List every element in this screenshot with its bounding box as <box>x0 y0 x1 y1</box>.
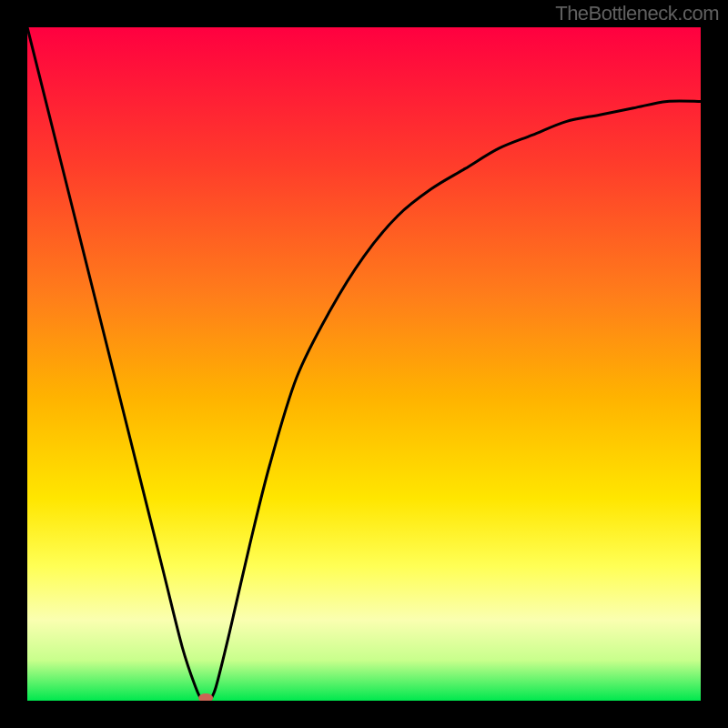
attribution-label: TheBottleneck.com <box>555 2 719 25</box>
chart-svg <box>27 27 701 701</box>
chart-container: TheBottleneck.com <box>0 0 728 728</box>
plot-area <box>27 27 701 701</box>
gradient-background <box>27 27 701 701</box>
